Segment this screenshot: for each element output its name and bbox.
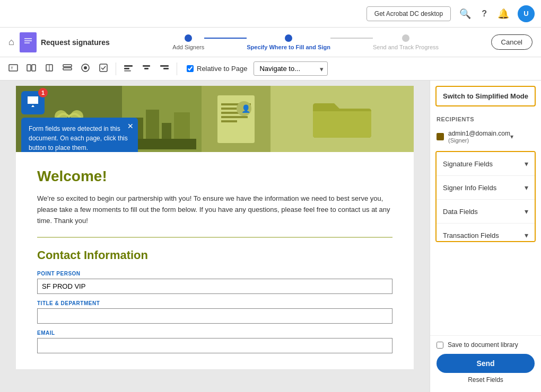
sidebar: Switch to Simplified Mode RECIPIENTS adm… — [430, 81, 541, 392]
relative-to-page-label[interactable]: Relative to Page — [187, 65, 247, 73]
contact-section-title: Contact Information — [37, 248, 392, 262]
connector-2 — [330, 38, 373, 39]
fields-panel: Signature Fields ▾ Signer Info Fields ▾ … — [435, 151, 536, 242]
doc-divider — [37, 237, 392, 238]
data-fields-group: Data Fields ▾ — [437, 200, 535, 224]
cancel-button[interactable]: Cancel — [491, 34, 533, 50]
top-bar: Get Acrobat DC desktop 🔍 ? 🔔 U — [0, 0, 541, 28]
svg-rect-20 — [160, 65, 169, 67]
request-signatures-label: Request signatures — [41, 38, 110, 47]
step-label-specify: Specify Where to Fill and Sign — [247, 44, 330, 50]
relative-to-page-checkbox[interactable] — [187, 65, 194, 72]
wizard-bar: ⌂ Request signatures Add Signers Specify… — [0, 28, 541, 57]
navigate-select-wrapper[interactable]: Navigate to... — [249, 61, 328, 76]
svg-rect-21 — [163, 68, 169, 69]
banner-document: 👤 — [202, 86, 270, 152]
get-acrobat-button[interactable]: Get Acrobat DC desktop — [367, 6, 451, 21]
switch-simplified-mode-button[interactable]: Switch to Simplified Mode — [435, 86, 536, 106]
help-icon-button[interactable]: ? — [479, 6, 489, 21]
title-dept-label: TITLE & DEPARTMENT — [37, 300, 392, 306]
tooltip-close-button[interactable]: ✕ — [127, 122, 134, 130]
email-input[interactable] — [37, 338, 392, 353]
sidebar-bottom: Save to document library Send Reset Fiel… — [430, 335, 541, 392]
recipient-item[interactable]: admin1@domain.com (Signer) ▾ — [430, 127, 541, 147]
signer-info-fields-header[interactable]: Signer Info Fields ▾ — [437, 176, 535, 199]
navigate-select[interactable]: Navigate to... — [254, 61, 328, 76]
notification-badge: 1 — [38, 88, 48, 97]
send-button[interactable]: Send — [437, 354, 535, 373]
signer-info-arrow-icon: ▾ — [525, 183, 528, 192]
toolbar-center-icon[interactable] — [41, 61, 57, 76]
reset-fields-button[interactable]: Reset Fields — [437, 373, 535, 387]
transaction-fields-arrow-icon: ▾ — [525, 231, 528, 239]
bell-icon-button[interactable]: 🔔 — [495, 6, 511, 22]
svg-rect-3 — [24, 42, 30, 43]
avatar[interactable]: U — [518, 5, 535, 22]
svg-rect-6 — [27, 65, 31, 71]
toolbar-align-right-icon[interactable] — [156, 61, 172, 76]
toolbar-list-icon[interactable] — [59, 61, 75, 76]
notification-button[interactable]: 1 — [21, 91, 45, 114]
transaction-fields-label: Transaction Fields — [443, 231, 499, 239]
svg-rect-18 — [143, 65, 150, 67]
toolbar-text-field-icon[interactable]: T — [5, 61, 21, 76]
svg-rect-10 — [63, 65, 72, 67]
step-dot-send-track — [402, 34, 409, 42]
home-icon: ⌂ — [8, 37, 14, 47]
bell-icon: 🔔 — [498, 8, 509, 19]
step-label-add-signers: Add Signers — [172, 44, 204, 50]
toolbar-radio-icon[interactable] — [77, 61, 93, 76]
help-icon: ? — [482, 9, 487, 18]
data-fields-arrow-icon: ▾ — [525, 207, 528, 216]
title-dept-input[interactable] — [37, 308, 392, 324]
transaction-fields-header[interactable]: Transaction Fields ▾ — [437, 224, 535, 242]
recipient-info: admin1@domain.com (Signer) — [448, 130, 510, 144]
data-fields-header[interactable]: Data Fields ▾ — [437, 200, 535, 223]
toolbar-split-icon[interactable] — [23, 61, 39, 76]
step-dot-add-signers — [185, 34, 192, 42]
svg-rect-30 — [217, 95, 255, 143]
step-add-signers: Add Signers — [172, 34, 204, 50]
signature-fields-label: Signature Fields — [443, 160, 493, 168]
point-person-input[interactable] — [37, 279, 392, 294]
search-icon: 🔍 — [459, 8, 471, 19]
svg-rect-7 — [32, 65, 36, 71]
save-library-row: Save to document library — [437, 341, 535, 349]
svg-rect-15 — [124, 65, 133, 67]
notification-icon — [27, 95, 39, 111]
toolbar-divider-1 — [116, 63, 116, 75]
save-library-label: Save to document library — [448, 341, 518, 349]
toolbar-checkbox-icon[interactable] — [95, 61, 111, 76]
wizard-steps: Add Signers Specify Where to Fill and Si… — [131, 34, 481, 50]
point-person-label: POINT PERSON — [37, 271, 392, 277]
save-library-checkbox[interactable] — [437, 342, 443, 349]
recipient-role: (Signer) — [448, 137, 510, 144]
document-page: 1 ✕ Form fields were detected in this do… — [16, 86, 414, 369]
data-fields-label: Data Fields — [443, 208, 478, 216]
search-icon-button[interactable]: 🔍 — [457, 6, 473, 22]
svg-point-13 — [84, 66, 87, 69]
intro-text: We're so excited to begin our partnershi… — [37, 193, 392, 226]
tooltip-box: ✕ Form fields were detected in this docu… — [21, 118, 138, 152]
recipients-label: RECIPIENTS — [430, 112, 541, 127]
svg-rect-16 — [124, 68, 129, 69]
document-area[interactable]: 1 ✕ Form fields were detected in this do… — [0, 81, 430, 392]
tooltip-message: Form fields were detected in this docume… — [29, 125, 128, 152]
signature-fields-arrow-icon: ▾ — [525, 159, 528, 168]
svg-rect-17 — [124, 70, 131, 72]
toolbar-align-center-icon[interactable] — [138, 61, 154, 76]
step-specify: Specify Where to Fill and Sign — [247, 34, 330, 50]
toolbar-divider-2 — [177, 63, 177, 75]
toolbar-align-left-icon[interactable] — [120, 61, 136, 76]
signature-fields-group: Signature Fields ▾ — [437, 152, 535, 176]
svg-rect-35 — [221, 120, 237, 122]
recipient-dropdown-icon: ▾ — [510, 133, 513, 140]
svg-rect-14 — [100, 64, 107, 72]
banner-folder — [270, 86, 414, 152]
doc-icon — [20, 32, 37, 52]
step-dot-specify — [285, 34, 292, 42]
signature-fields-header[interactable]: Signature Fields ▾ — [437, 152, 535, 175]
svg-rect-34 — [221, 116, 248, 118]
home-button[interactable]: ⌂ — [8, 37, 14, 48]
transaction-fields-group: Transaction Fields ▾ — [437, 224, 535, 242]
